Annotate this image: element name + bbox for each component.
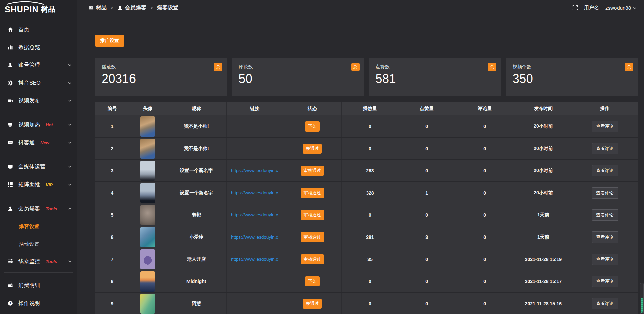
sidebar-item-label: 首页	[18, 26, 29, 33]
sidebar-item-矩阵助推[interactable]: 矩阵助推VIP	[0, 176, 77, 193]
cell-plays: 0	[341, 293, 398, 314]
view-comments-button[interactable]: 查看评论	[592, 165, 618, 176]
sidebar-item-会员爆客[interactable]: 会员爆客Tools	[0, 201, 77, 217]
user-menu[interactable]: 用户名：zswodun88	[584, 5, 637, 11]
sidebar-item-数据总览[interactable]: 数据总览	[0, 39, 77, 55]
sidebar-item-线索监控[interactable]: 线索监控Tools	[0, 253, 77, 269]
scrollbar-thumb[interactable]	[641, 298, 643, 313]
logo: SHUPIN 树品	[0, 0, 77, 16]
cell-likes: 0	[398, 248, 455, 270]
cell-status: 下架	[283, 270, 341, 293]
sidebar-subitem-活动设置[interactable]: 活动设置	[0, 236, 77, 252]
scrollbar[interactable]	[640, 283, 644, 314]
table-row: 4设置一个新名字https://www.iesdouyin.c审核通过32810…	[95, 182, 638, 204]
cell-likes: 0	[398, 204, 455, 226]
cell-comments: 0	[455, 226, 515, 248]
cell-publish-time: 2021-11-28 15:16	[515, 293, 572, 314]
panel-icon	[89, 5, 94, 10]
cell-publish-time: 2021-11-28 15:17	[515, 270, 572, 293]
cell-status: 审核通过	[283, 204, 341, 226]
stats-row: 播放数20316总评论数50总点赞数581总视频个数350总	[95, 58, 638, 96]
fullscreen-icon[interactable]	[572, 5, 578, 11]
table-row: 7老人开店https://www.iesdouyin.c审核通过35002021…	[95, 248, 638, 270]
sidebar-item-label: 线索监控	[18, 258, 40, 265]
cell-status: 审核通过	[283, 182, 341, 204]
view-comments-button[interactable]: 查看评论	[592, 209, 618, 221]
column-header-发布时间: 发布时间	[515, 102, 572, 115]
video-link[interactable]: https://www.iesdouyin.c	[227, 190, 283, 195]
breadcrumb-item[interactable]: 会员爆客	[117, 4, 147, 11]
cell-nickname: 设置一个新名字	[166, 182, 226, 204]
chevron-down-icon	[68, 260, 72, 263]
breadcrumb-label: 树品	[96, 4, 107, 11]
video-icon	[7, 98, 13, 103]
cell-actions: 查看评论	[572, 204, 638, 226]
logo-text-cn: 树品	[41, 4, 55, 14]
promo-settings-button[interactable]: 推广设置	[95, 35, 124, 47]
view-comments-button[interactable]: 查看评论	[592, 121, 618, 132]
breadcrumb-item[interactable]: 爆客设置	[157, 4, 178, 11]
cell-comments: 0	[455, 115, 515, 138]
cell-plays: 281	[341, 226, 398, 248]
cell-link: https://www.iesdouyin.c	[226, 160, 283, 182]
view-comments-button[interactable]: 查看评论	[592, 276, 618, 287]
view-comments-button[interactable]: 查看评论	[592, 143, 618, 154]
cell-link	[226, 115, 283, 138]
cell-id: 4	[95, 182, 129, 204]
sidebar-item-操作说明[interactable]: ?操作说明	[0, 295, 77, 311]
stat-label: 评论数	[238, 64, 357, 70]
sidebar: SHUPIN 树品 首页数据总览账号管理抖音SEO视频发布视频加热Hot抖客通N…	[0, 0, 77, 314]
avatar	[140, 139, 155, 159]
cell-actions: 查看评论	[572, 293, 638, 314]
view-comments-button[interactable]: 查看评论	[592, 231, 618, 243]
sidebar-item-首页[interactable]: 首页	[0, 21, 77, 38]
breadcrumb-item[interactable]: 树品	[89, 4, 107, 11]
stat-label: 点赞数	[376, 64, 494, 70]
stat-label: 视频个数	[513, 64, 631, 70]
cell-plays: 263	[341, 160, 398, 182]
table-body: 1我不是小帅!下架00020小时前查看评论2我不是小帅!未通过00020小时前查…	[95, 115, 638, 314]
cell-actions: 查看评论	[572, 160, 638, 182]
breadcrumb-label: 会员爆客	[125, 4, 147, 11]
sidebar-subitem-label: 活动设置	[19, 241, 39, 247]
sidebar-item-账号管理[interactable]: 账号管理	[0, 57, 77, 73]
view-comments-button[interactable]: 查看评论	[592, 187, 618, 199]
video-link[interactable]: https://www.iesdouyin.c	[227, 234, 283, 240]
sidebar-item-label: 账号管理	[18, 62, 40, 69]
cell-nickname: 我不是小帅!	[166, 115, 226, 138]
sidebar-item-消费明细[interactable]: 消费明细	[0, 277, 77, 294]
sidebar-item-抖客通[interactable]: 抖客通New	[0, 135, 77, 151]
view-comments-button[interactable]: 查看评论	[592, 298, 618, 309]
cell-likes: 0	[398, 160, 455, 182]
view-comments-button[interactable]: 查看评论	[592, 254, 618, 265]
sidebar-item-badge: Tools	[46, 206, 57, 211]
sidebar-item-视频发布[interactable]: 视频发布	[0, 93, 77, 109]
cell-actions: 查看评论	[572, 248, 638, 270]
status-badge: 审核通过	[301, 188, 324, 198]
chevron-down-icon	[68, 183, 72, 186]
stat-total-badge: 总	[214, 63, 222, 71]
cell-avatar	[129, 293, 166, 314]
video-link[interactable]: https://www.iesdouyin.c	[227, 168, 283, 173]
sidebar-subitem-爆客设置[interactable]: 爆客设置	[0, 218, 77, 234]
sidebar-item-全媒体运营[interactable]: 全媒体运营	[0, 159, 77, 175]
video-link[interactable]: https://www.iesdouyin.c	[227, 212, 283, 217]
video-link[interactable]: https://www.iesdouyin.c	[227, 257, 283, 262]
cell-publish-time: 1天前	[515, 204, 572, 226]
column-header-昵称: 昵称	[166, 102, 226, 115]
stat-value: 350	[513, 72, 631, 86]
sidebar-divider	[4, 154, 73, 154]
column-header-播放量: 播放量	[341, 102, 398, 115]
sidebar-item-label: 视频加热	[18, 121, 40, 128]
cell-avatar	[129, 182, 166, 204]
cell-likes: 1	[398, 182, 455, 204]
cell-nickname: 阿慧	[166, 293, 226, 314]
status-badge: 审核通过	[301, 232, 324, 242]
sidebar-item-视频加热[interactable]: 视频加热Hot	[0, 117, 77, 133]
cell-link: https://www.iesdouyin.c	[226, 182, 283, 204]
logo-text-en: SHUPIN	[5, 5, 38, 14]
cell-id: 6	[95, 226, 129, 248]
sidebar-item-抖音SEO[interactable]: 抖音SEO	[0, 75, 77, 91]
chevron-down-icon	[68, 123, 72, 126]
cell-id: 8	[95, 270, 129, 293]
